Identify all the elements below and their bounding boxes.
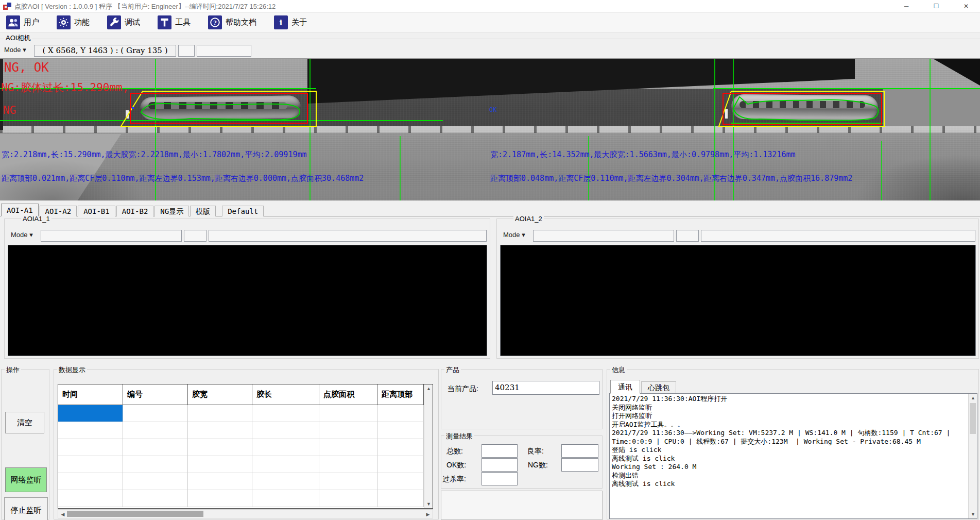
table-cell[interactable] [252, 439, 319, 456]
table-cell[interactable] [319, 490, 377, 507]
scroll-down-icon[interactable]: ▼ [424, 501, 433, 507]
tab-aoi-b1[interactable]: AOI-B1 [78, 206, 115, 216]
column-header[interactable]: 胶宽 [188, 384, 252, 405]
table-cell[interactable] [58, 405, 123, 422]
table-cell[interactable] [188, 422, 252, 439]
current-product-input[interactable]: 40231 [492, 381, 599, 395]
panel-group-label: AOIA1_2 [513, 215, 544, 223]
clear-button[interactable]: 清空 [5, 412, 44, 433]
table-cell[interactable] [123, 405, 188, 422]
table-cell[interactable] [58, 473, 123, 490]
panel2-mode-dropdown[interactable]: Mode ▾ [501, 229, 527, 240]
log-vertical-scrollbar[interactable]: ▲ ▼ [968, 394, 977, 518]
tab-default[interactable]: Default [222, 206, 264, 216]
network-listen-button[interactable]: 网络监听 [5, 467, 47, 492]
table-cell[interactable] [377, 473, 424, 490]
table-cell[interactable] [319, 422, 377, 439]
table-cell[interactable] [123, 490, 188, 507]
scroll-down-icon[interactable]: ▼ [969, 512, 977, 517]
column-header[interactable]: 编号 [123, 384, 188, 405]
toolbar-button-info[interactable]: i关于 [272, 14, 309, 30]
table-cell[interactable] [58, 439, 123, 456]
table-row [58, 405, 433, 422]
table-cell[interactable] [319, 439, 377, 456]
log-line: Time:0:0:9 | CPU:0 | 线程数:67 | 提交大小:123M … [612, 438, 967, 446]
tab-ng显示[interactable]: NG显示 [154, 206, 189, 216]
scroll-left-icon[interactable]: ◀ [59, 512, 66, 517]
application-window: 点胶AOI [ Version : 1.0.0.9 ] 程序 【当前用户: En… [0, 0, 980, 520]
results-notes-box [441, 491, 603, 520]
table-row [58, 490, 433, 507]
table-cell[interactable] [377, 456, 424, 473]
tab-aoi-a2[interactable]: AOI-A2 [40, 206, 77, 216]
total-count-field[interactable] [482, 444, 518, 458]
table-cell[interactable] [58, 490, 123, 507]
table-cell[interactable] [123, 422, 188, 439]
table-cell[interactable] [58, 422, 123, 439]
table-cell[interactable] [58, 456, 123, 473]
scroll-up-icon[interactable]: ▲ [969, 395, 977, 400]
column-header[interactable]: 距离顶部 [377, 384, 424, 405]
comm-log-area[interactable]: 2021/7/29 11:36:30:AOI程序打开关闭网络监听打开网络监听开启… [609, 393, 977, 519]
table-cell[interactable] [252, 405, 319, 422]
table-cell[interactable] [252, 473, 319, 490]
ok-count-label: OK数: [446, 461, 466, 470]
table-cell[interactable] [319, 456, 377, 473]
table-cell[interactable] [188, 405, 252, 422]
table-cell[interactable] [123, 456, 188, 473]
toolbar-button-gear[interactable]: 功能 [55, 14, 92, 30]
scrollbar-thumb[interactable] [970, 403, 976, 434]
camera-image-viewer[interactable]: NG, OK NG:胶体过长:15.290mm, NG OK 宽:2.218mm… [0, 58, 980, 200]
scroll-up-icon[interactable]: ▲ [424, 386, 433, 391]
close-button[interactable]: ✕ [953, 0, 979, 12]
table-vertical-scrollbar[interactable]: ▲ ▼ [424, 384, 433, 508]
column-header[interactable]: 胶长 [252, 384, 319, 405]
table-cell[interactable] [319, 473, 377, 490]
scrollbar-thumb[interactable] [67, 511, 203, 517]
table-cell[interactable] [319, 405, 377, 422]
table-cell[interactable] [188, 473, 252, 490]
tab-heartbeat[interactable]: 心跳包 [641, 381, 676, 394]
table-cell[interactable] [188, 490, 252, 507]
table-horizontal-scrollbar[interactable]: ◀ ▶ [58, 509, 433, 518]
svg-text:?: ? [213, 20, 216, 26]
scroll-right-icon[interactable]: ▶ [424, 512, 432, 517]
tab-aoi-b2[interactable]: AOI-B2 [116, 206, 154, 216]
panel1-mode-dropdown[interactable]: Mode ▾ [9, 229, 35, 240]
log-line: 登陆 is click [612, 446, 967, 455]
title-bar: 点胶AOI [ Version : 1.0.0.9 ] 程序 【当前用户: En… [0, 0, 980, 12]
table-cell[interactable] [252, 490, 319, 507]
ok-count-field[interactable] [482, 458, 518, 472]
tab-aoi-a1[interactable]: AOI-A1 [1, 204, 39, 216]
current-product-label: 当前产品: [448, 384, 478, 394]
total-count-label: 总数: [446, 447, 463, 456]
column-header[interactable]: 点胶面积 [319, 384, 377, 405]
toolbar-button-wrench[interactable]: 调试 [105, 14, 142, 30]
table-cell[interactable] [123, 473, 188, 490]
table-cell[interactable] [252, 456, 319, 473]
toolbar-button-users[interactable]: 用户 [4, 14, 41, 30]
table-cell[interactable] [188, 456, 252, 473]
log-line: 离线测试 is click [612, 455, 967, 463]
table-cell[interactable] [188, 439, 252, 456]
table-cell[interactable] [123, 439, 188, 456]
overkill-rate-field[interactable] [482, 472, 518, 485]
camera-mode-dropdown[interactable]: Mode ▾ [2, 44, 28, 55]
column-header[interactable]: 时间 [58, 384, 123, 405]
stop-listen-button[interactable]: 停止监听 [4, 497, 48, 520]
table-cell[interactable] [377, 405, 424, 422]
ng-count-field[interactable] [561, 458, 598, 472]
tab-模版[interactable]: 模版 [190, 206, 216, 216]
toolbar-button-hammer[interactable]: 工具 [156, 14, 193, 30]
toolbar-button-help[interactable]: ?帮助文档 [206, 14, 259, 30]
maximize-button[interactable]: ☐ [923, 0, 949, 12]
minimize-button[interactable]: ─ [893, 0, 919, 12]
panel1-image-display[interactable] [8, 245, 487, 356]
table-cell[interactable] [377, 490, 424, 507]
yield-rate-field[interactable] [561, 444, 598, 458]
panel2-image-display[interactable] [500, 245, 976, 356]
table-cell[interactable] [377, 439, 424, 456]
table-cell[interactable] [377, 422, 424, 439]
tab-comm[interactable]: 通讯 [610, 380, 640, 394]
table-cell[interactable] [252, 422, 319, 439]
